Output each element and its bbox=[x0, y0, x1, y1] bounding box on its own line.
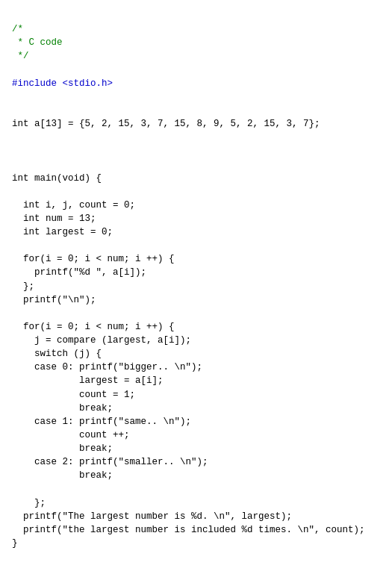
line-array-decl: int a[13] = {5, 2, 15, 3, 7, 15, 8, 9, 5… bbox=[12, 119, 320, 129]
code-editor: /* * C code */ #include <stdio.h> int a[… bbox=[12, 9, 380, 580]
line-main-func: int main(void) { int i, j, count = 0; in… bbox=[12, 173, 365, 549]
line-comment-1: /* * C code */ bbox=[12, 24, 63, 61]
line-preprocessor: #include <stdio.h> bbox=[12, 78, 113, 89]
